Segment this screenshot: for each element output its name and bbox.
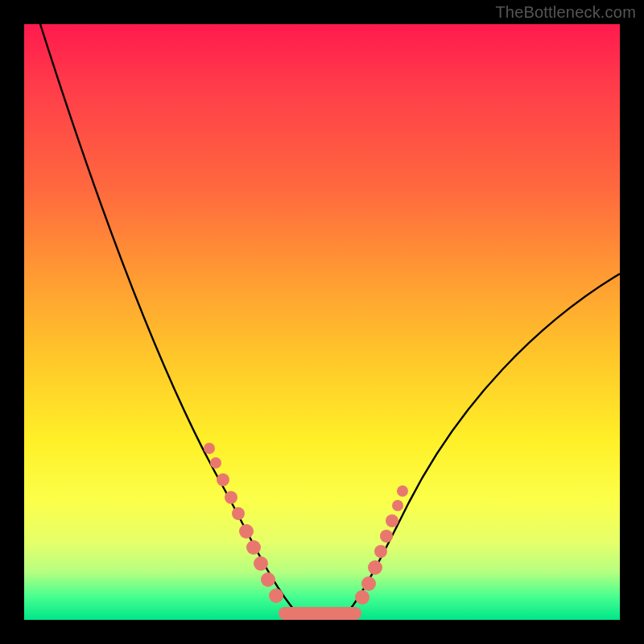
- svg-point-15: [386, 514, 398, 527]
- chart-plot-area: [24, 24, 620, 620]
- bottleneck-flat-marker: [279, 607, 361, 620]
- svg-point-3: [225, 491, 237, 504]
- svg-point-16: [392, 500, 403, 511]
- svg-point-5: [239, 524, 254, 539]
- svg-point-11: [361, 576, 376, 591]
- svg-point-6: [246, 540, 261, 555]
- svg-point-0: [204, 443, 215, 454]
- svg-point-1: [210, 457, 221, 469]
- highlight-dots-right: [355, 485, 408, 605]
- svg-point-17: [397, 485, 408, 497]
- svg-point-13: [374, 545, 387, 558]
- svg-point-8: [261, 572, 275, 587]
- watermark-text: TheBottleneck.com: [495, 3, 636, 22]
- highlight-dots-left: [204, 443, 283, 603]
- svg-point-2: [217, 473, 229, 486]
- svg-point-4: [232, 507, 245, 520]
- svg-point-14: [380, 530, 393, 543]
- svg-point-9: [269, 588, 283, 603]
- svg-point-10: [355, 590, 369, 605]
- svg-point-12: [368, 560, 382, 575]
- chart-svg: [24, 24, 620, 620]
- bottleneck-curve: [40, 24, 620, 614]
- svg-point-7: [254, 556, 268, 571]
